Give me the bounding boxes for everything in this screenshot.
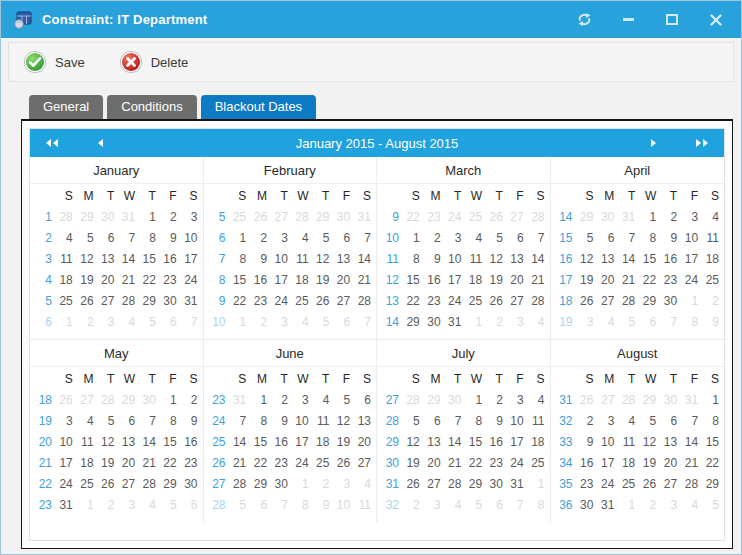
day-cell[interactable]: 5	[314, 228, 335, 249]
day-cell[interactable]: 22	[251, 453, 272, 474]
day-cell[interactable]: 26	[578, 291, 599, 312]
day-cell[interactable]: 18	[466, 270, 487, 291]
day-cell[interactable]: 1	[619, 495, 640, 516]
day-cell[interactable]: 29	[404, 312, 425, 333]
day-cell[interactable]: 26	[487, 291, 508, 312]
day-cell[interactable]: 7	[272, 495, 293, 516]
day-cell[interactable]: 2	[404, 495, 425, 516]
day-cell[interactable]: 27	[425, 474, 446, 495]
day-cell[interactable]: 30	[578, 495, 599, 516]
day-cell[interactable]: 28	[119, 291, 140, 312]
day-cell[interactable]: 21	[529, 270, 550, 291]
day-cell[interactable]: 8	[529, 495, 550, 516]
day-cell[interactable]: 7	[661, 312, 682, 333]
day-cell[interactable]: 5	[466, 495, 487, 516]
day-cell[interactable]: 18	[619, 453, 640, 474]
day-cell[interactable]: 30	[661, 291, 682, 312]
day-cell[interactable]: 2	[99, 495, 120, 516]
day-cell[interactable]: 23	[661, 270, 682, 291]
day-cell[interactable]: 5	[78, 228, 99, 249]
day-cell[interactable]: 19	[78, 270, 99, 291]
day-cell[interactable]: 11	[619, 432, 640, 453]
day-cell[interactable]: 9	[161, 228, 182, 249]
day-cell[interactable]: 28	[293, 207, 314, 228]
day-cell[interactable]: 30	[161, 291, 182, 312]
day-cell[interactable]: 30	[99, 207, 120, 228]
day-cell[interactable]: 26	[78, 291, 99, 312]
day-cell[interactable]: 2	[703, 291, 724, 312]
day-cell[interactable]: 29	[314, 207, 335, 228]
day-cell[interactable]: 7	[140, 411, 161, 432]
day-cell[interactable]: 20	[598, 270, 619, 291]
day-cell[interactable]: 22	[231, 291, 252, 312]
day-cell[interactable]: 22	[466, 453, 487, 474]
day-cell[interactable]: 27	[334, 291, 355, 312]
day-cell[interactable]: 9	[314, 495, 335, 516]
close-icon[interactable]	[707, 11, 725, 29]
day-cell[interactable]: 7	[508, 495, 529, 516]
day-cell[interactable]: 20	[661, 453, 682, 474]
day-cell[interactable]: 30	[425, 312, 446, 333]
day-cell[interactable]: 7	[355, 312, 376, 333]
day-cell[interactable]: 3	[598, 411, 619, 432]
day-cell[interactable]: 21	[619, 270, 640, 291]
day-cell[interactable]: 27	[78, 390, 99, 411]
day-cell[interactable]: 24	[446, 291, 467, 312]
day-cell[interactable]: 15	[231, 270, 252, 291]
day-cell[interactable]: 20	[119, 453, 140, 474]
day-cell[interactable]: 13	[508, 249, 529, 270]
save-button[interactable]: Save	[23, 50, 85, 74]
day-cell[interactable]: 18	[57, 270, 78, 291]
day-cell[interactable]: 1	[57, 312, 78, 333]
day-cell[interactable]: 3	[578, 312, 599, 333]
day-cell[interactable]: 11	[466, 249, 487, 270]
day-cell[interactable]: 8	[293, 495, 314, 516]
day-cell[interactable]: 13	[598, 249, 619, 270]
day-cell[interactable]: 1	[161, 390, 182, 411]
day-cell[interactable]: 23	[272, 453, 293, 474]
day-cell[interactable]: 20	[334, 270, 355, 291]
day-cell[interactable]: 14	[231, 432, 252, 453]
day-cell[interactable]: 15	[404, 270, 425, 291]
day-cell[interactable]: 5	[161, 495, 182, 516]
day-cell[interactable]: 11	[314, 411, 335, 432]
day-cell[interactable]: 3	[446, 228, 467, 249]
day-cell[interactable]: 1	[703, 390, 724, 411]
refresh-icon[interactable]	[575, 11, 593, 29]
day-cell[interactable]: 31	[598, 495, 619, 516]
day-cell[interactable]: 26	[404, 474, 425, 495]
day-cell[interactable]: 4	[314, 390, 335, 411]
day-cell[interactable]: 5	[640, 411, 661, 432]
day-cell[interactable]: 6	[487, 495, 508, 516]
day-cell[interactable]: 16	[578, 453, 599, 474]
day-cell[interactable]: 27	[355, 453, 376, 474]
day-cell[interactable]: 30	[598, 207, 619, 228]
day-cell[interactable]: 17	[182, 249, 203, 270]
day-cell[interactable]: 5	[703, 495, 724, 516]
day-cell[interactable]: 2	[251, 228, 272, 249]
day-cell[interactable]: 31	[508, 474, 529, 495]
day-cell[interactable]: 28	[355, 291, 376, 312]
day-cell[interactable]: 29	[140, 291, 161, 312]
day-cell[interactable]: 12	[487, 249, 508, 270]
day-cell[interactable]: 27	[119, 474, 140, 495]
day-cell[interactable]: 3	[425, 495, 446, 516]
day-cell[interactable]: 25	[703, 270, 724, 291]
day-cell[interactable]: 28	[682, 474, 703, 495]
day-cell[interactable]: 2	[161, 207, 182, 228]
day-cell[interactable]: 7	[119, 228, 140, 249]
day-cell[interactable]: 23	[425, 207, 446, 228]
day-cell[interactable]: 26	[487, 207, 508, 228]
day-cell[interactable]: 21	[355, 270, 376, 291]
day-cell[interactable]: 22	[404, 207, 425, 228]
day-cell[interactable]: 5	[99, 411, 120, 432]
day-cell[interactable]: 7	[355, 228, 376, 249]
day-cell[interactable]: 5	[619, 312, 640, 333]
day-cell[interactable]: 1	[466, 312, 487, 333]
day-cell[interactable]: 4	[682, 495, 703, 516]
day-cell[interactable]: 29	[640, 390, 661, 411]
day-cell[interactable]: 3	[119, 495, 140, 516]
day-cell[interactable]: 30	[182, 474, 203, 495]
day-cell[interactable]: 30	[334, 207, 355, 228]
delete-button[interactable]: Delete	[119, 50, 189, 74]
